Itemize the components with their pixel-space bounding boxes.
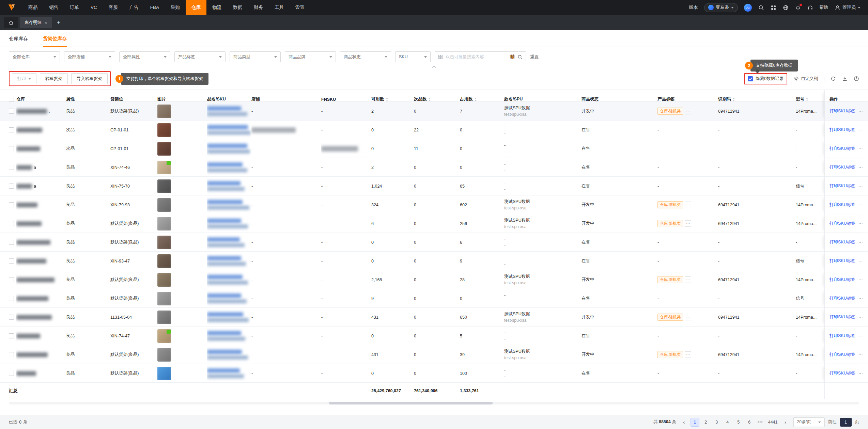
product-image[interactable]: [157, 292, 171, 305]
nav-item-客服[interactable]: 客服: [103, 0, 124, 15]
search-icon[interactable]: [758, 4, 764, 11]
nav-item-商品[interactable]: 商品: [22, 0, 43, 15]
nav-item-工具[interactable]: 工具: [269, 0, 290, 15]
row-checkbox[interactable]: [9, 240, 14, 245]
reset-button[interactable]: 重置: [530, 54, 539, 60]
sort-icon[interactable]: [429, 97, 431, 102]
row-checkbox[interactable]: [9, 184, 14, 189]
filter-select-全部属性[interactable]: 全部属性: [119, 51, 170, 62]
print-sku-label-link[interactable]: 打印SKU标签: [830, 333, 855, 339]
product-image[interactable]: [157, 142, 171, 156]
more-actions-icon[interactable]: ⋯: [858, 165, 863, 170]
version-link[interactable]: 版本: [689, 4, 698, 11]
globe-icon[interactable]: [782, 4, 789, 11]
more-actions-icon[interactable]: ⋯: [858, 109, 863, 114]
page-size-select[interactable]: 20条/页: [793, 417, 825, 427]
ellipsis-icon[interactable]: ⋯: [685, 276, 691, 283]
page-ellipsis[interactable]: •••: [756, 418, 765, 427]
download-icon[interactable]: [842, 76, 848, 81]
nav-item-订单[interactable]: 订单: [64, 0, 85, 15]
sku-type-select[interactable]: SKU: [395, 51, 431, 62]
row-checkbox[interactable]: [9, 296, 14, 301]
print-sku-label-link[interactable]: 打印SKU标签: [830, 277, 855, 283]
admin-menu[interactable]: 管理员: [834, 4, 861, 11]
print-button[interactable]: 打印: [12, 73, 36, 84]
product-image[interactable]: [157, 273, 171, 287]
ellipsis-icon[interactable]: ⋯: [685, 314, 691, 320]
row-checkbox[interactable]: [9, 352, 14, 357]
row-checkbox[interactable]: [9, 127, 14, 132]
product-image[interactable]: [157, 161, 171, 174]
filter-collapse-toggle[interactable]: [0, 64, 868, 69]
print-sku-label-link[interactable]: 打印SKU标签: [830, 164, 855, 170]
product-image[interactable]: [157, 179, 171, 193]
more-actions-icon[interactable]: ⋯: [858, 315, 863, 320]
print-sku-label-link[interactable]: 打印SKU标签: [830, 108, 855, 114]
row-checkbox[interactable]: [9, 165, 14, 170]
more-actions-icon[interactable]: ⋯: [858, 371, 863, 376]
nav-item-销售[interactable]: 销售: [43, 0, 64, 15]
print-sku-label-link[interactable]: 打印SKU标签: [830, 146, 855, 152]
account-switcher[interactable]: 亚马逊: [704, 3, 738, 12]
ai-icon[interactable]: AI: [744, 4, 752, 12]
help-link[interactable]: 帮助: [819, 4, 828, 11]
ellipsis-icon[interactable]: ⋯: [685, 220, 691, 227]
print-sku-label-link[interactable]: 打印SKU标签: [830, 202, 855, 208]
print-sku-label-link[interactable]: 打印SKU标签: [830, 221, 855, 226]
app-logo[interactable]: [7, 3, 16, 12]
product-image[interactable]: [157, 217, 171, 231]
print-sku-label-link[interactable]: 打印SKU标签: [830, 296, 855, 301]
more-actions-icon[interactable]: ⋯: [858, 277, 863, 282]
ellipsis-icon[interactable]: ⋯: [685, 202, 691, 208]
batch-search-input[interactable]: 双击可批量搜索内容 精: [435, 51, 526, 62]
help-icon[interactable]: [854, 76, 859, 81]
more-actions-icon[interactable]: ⋯: [858, 296, 863, 301]
more-actions-icon[interactable]: ⋯: [858, 258, 863, 264]
more-actions-icon[interactable]: ⋯: [858, 352, 863, 357]
search-button-icon[interactable]: [517, 54, 523, 60]
filter-select-产品标签[interactable]: 产品标签: [174, 51, 226, 62]
nav-item-FBA[interactable]: FBA: [144, 0, 165, 15]
print-sku-label-link[interactable]: 打印SKU标签: [830, 127, 855, 133]
print-sku-label-link[interactable]: 打印SKU标签: [830, 258, 855, 264]
exact-search-toggle[interactable]: 精: [510, 54, 515, 60]
home-tab[interactable]: [4, 17, 18, 28]
print-sku-label-link[interactable]: 打印SKU标签: [830, 352, 855, 358]
page-button-4[interactable]: 4: [723, 418, 732, 427]
page-button-5[interactable]: 5: [734, 418, 743, 427]
row-checkbox[interactable]: [9, 277, 14, 282]
more-actions-icon[interactable]: ⋯: [858, 240, 863, 245]
bell-icon[interactable]: [795, 4, 801, 11]
row-checkbox[interactable]: [9, 333, 14, 338]
ellipsis-icon[interactable]: ⋯: [685, 108, 691, 114]
goto-page-input[interactable]: 1: [840, 418, 852, 427]
nav-item-广告[interactable]: 广告: [124, 0, 144, 15]
sort-icon[interactable]: [386, 97, 388, 102]
row-checkbox[interactable]: [9, 109, 14, 114]
product-image[interactable]: [157, 123, 171, 137]
product-image[interactable]: [157, 254, 171, 268]
subtab-仓库库存[interactable]: 仓库库存: [9, 30, 28, 47]
more-actions-icon[interactable]: ⋯: [858, 146, 863, 151]
filter-select-全部仓库[interactable]: 全部仓库: [9, 51, 60, 62]
subtab-货架位库存[interactable]: 货架位库存: [43, 30, 67, 47]
filter-select-商品状态[interactable]: 商品状态: [340, 51, 391, 62]
filter-select-商品类型[interactable]: 商品类型: [230, 51, 281, 62]
print-sku-label-link[interactable]: 打印SKU标签: [830, 239, 855, 245]
prev-page-button[interactable]: ‹: [680, 418, 688, 427]
row-checkbox[interactable]: [9, 146, 14, 151]
product-image[interactable]: [157, 105, 171, 118]
headset-icon[interactable]: [807, 4, 813, 11]
product-image[interactable]: [157, 348, 171, 362]
more-actions-icon[interactable]: ⋯: [858, 221, 863, 226]
scrollbar-thumb[interactable]: [329, 402, 493, 404]
next-page-button[interactable]: ›: [781, 418, 790, 427]
filter-select-商品品牌[interactable]: 商品品牌: [285, 51, 336, 62]
ellipsis-icon[interactable]: ⋯: [685, 351, 691, 358]
nav-item-数据[interactable]: 数据: [227, 0, 248, 15]
more-actions-icon[interactable]: ⋯: [858, 333, 863, 338]
page-button-6[interactable]: 6: [745, 418, 754, 427]
nav-item-物流[interactable]: 物流: [206, 0, 227, 15]
page-button-3[interactable]: 3: [712, 418, 721, 427]
product-image[interactable]: [157, 311, 171, 324]
